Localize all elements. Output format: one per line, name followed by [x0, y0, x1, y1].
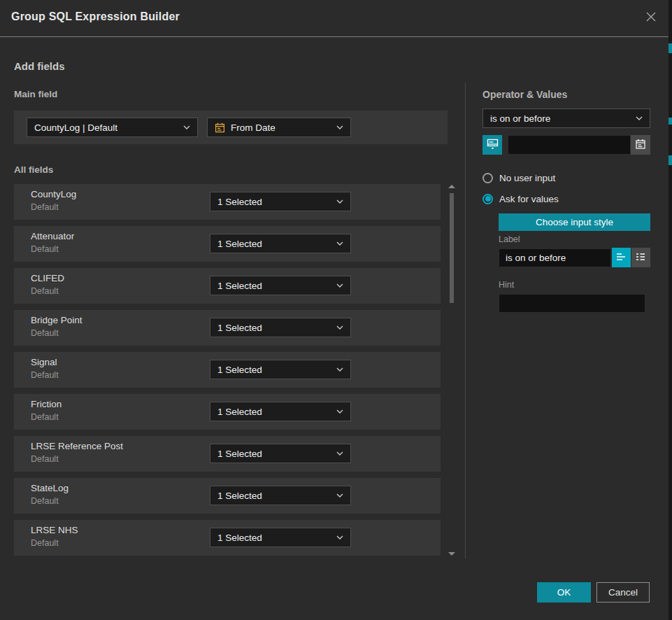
- cancel-button[interactable]: Cancel: [596, 582, 650, 603]
- operator-select-value: is on or before: [490, 113, 631, 124]
- field-sublabel: Default: [31, 538, 59, 548]
- field-selected-value: 1 Selected: [217, 407, 332, 417]
- hint-input[interactable]: [499, 294, 645, 313]
- field-name: Signal: [31, 357, 57, 367]
- main-field-heading: Main field: [14, 89, 57, 99]
- date-picker-button[interactable]: [631, 135, 650, 155]
- chevron-down-icon: [336, 283, 343, 288]
- field-row-signal: Signal Default 1 Selected: [14, 352, 441, 388]
- field-selected-value: 1 Selected: [217, 449, 332, 459]
- background-accent: [669, 155, 672, 165]
- field-selected-value: 1 Selected: [217, 533, 332, 543]
- add-fields-heading: Add fields: [14, 60, 65, 72]
- list-style-button[interactable]: [631, 248, 650, 267]
- field-selected-dropdown[interactable]: 1 Selected: [210, 528, 351, 547]
- field-name: CountyLog: [31, 189, 76, 199]
- field-name: Attenuator: [31, 231, 74, 241]
- field-selected-dropdown[interactable]: 1 Selected: [210, 402, 351, 421]
- operator-select[interactable]: is on or before: [482, 108, 650, 128]
- chevron-down-icon: [336, 409, 343, 414]
- field-selected-value: 1 Selected: [217, 281, 332, 291]
- chevron-down-icon: [336, 325, 343, 330]
- field-sublabel: Default: [31, 370, 59, 380]
- background-app-edge: [669, 0, 672, 620]
- main-layer-select[interactable]: CountyLog | Default: [27, 118, 198, 137]
- field-selected-value: 1 Selected: [217, 323, 332, 333]
- background-accent: [669, 43, 672, 53]
- main-date-field-select[interactable]: From Date: [207, 118, 351, 137]
- field-row-lrse-nhs: LRSE NHS Default 1 Selected: [14, 520, 441, 556]
- choose-input-style-button[interactable]: Choose input style: [499, 213, 650, 231]
- radio-circle-icon: [482, 173, 493, 183]
- combobox-values-icon: [487, 138, 499, 152]
- radio-no-user-input-label: No user input: [499, 173, 555, 183]
- hint-caption: Hint: [499, 280, 514, 290]
- main-date-field-value: From Date: [231, 122, 332, 133]
- close-icon: [645, 10, 657, 26]
- chevron-down-icon: [183, 125, 190, 129]
- calendar-icon: [635, 139, 646, 152]
- field-selected-dropdown[interactable]: 1 Selected: [210, 276, 351, 295]
- field-selected-dropdown[interactable]: 1 Selected: [210, 192, 351, 211]
- main-layer-select-value: CountyLog | Default: [34, 122, 179, 133]
- field-selected-dropdown[interactable]: 1 Selected: [210, 360, 351, 379]
- background-accent: [669, 118, 672, 125]
- chevron-down-icon: [336, 199, 343, 204]
- radio-ask-for-values[interactable]: Ask for values: [482, 192, 559, 205]
- chevron-down-icon: [336, 451, 343, 456]
- field-name: CLIFED: [31, 273, 64, 283]
- chevron-down-icon: [336, 241, 343, 246]
- title-divider: [0, 36, 669, 37]
- operator-values-heading: Operator & Values: [482, 89, 567, 100]
- scrollbar-down-arrow[interactable]: [448, 552, 455, 556]
- main-field-box: CountyLog | Default From Date: [14, 111, 448, 144]
- field-selected-value: 1 Selected: [217, 197, 332, 207]
- label-caption: Label: [499, 234, 520, 244]
- field-row-friction: Friction Default 1 Selected: [14, 394, 441, 430]
- field-selected-dropdown[interactable]: 1 Selected: [210, 318, 351, 337]
- field-selected-dropdown[interactable]: 1 Selected: [210, 444, 351, 463]
- field-name: Bridge Point: [31, 315, 83, 325]
- field-selected-value: 1 Selected: [217, 365, 332, 375]
- group-sql-expression-builder-dialog: Group SQL Expression Builder Add fields …: [0, 0, 672, 620]
- field-selected-dropdown[interactable]: 1 Selected: [210, 234, 351, 253]
- chevron-down-icon: [336, 367, 343, 372]
- field-selected-value: 1 Selected: [217, 239, 332, 249]
- field-selected-dropdown[interactable]: 1 Selected: [210, 486, 351, 505]
- field-name: LRSE NHS: [31, 525, 78, 535]
- field-sublabel: Default: [31, 328, 59, 338]
- dialog-titlebar: Group SQL Expression Builder: [0, 0, 669, 36]
- field-sublabel: Default: [31, 202, 59, 212]
- field-row-statelog: StateLog Default 1 Selected: [14, 478, 441, 514]
- unique-values-button[interactable]: [482, 135, 502, 155]
- chevron-down-icon: [336, 493, 343, 498]
- chevron-down-icon: [336, 535, 343, 540]
- field-row-attenuator: Attenuator Default 1 Selected: [14, 226, 441, 262]
- scrollbar-up-arrow[interactable]: [448, 185, 455, 188]
- calendar-icon: [215, 122, 225, 133]
- field-row-clifed: CLIFED Default 1 Selected: [14, 268, 441, 304]
- field-sublabel: Default: [31, 286, 59, 296]
- field-sublabel: Default: [31, 244, 59, 254]
- single-value-style-button[interactable]: [612, 248, 631, 267]
- all-fields-heading: All fields: [14, 164, 53, 175]
- scrollbar-thumb[interactable]: [450, 193, 454, 303]
- field-row-lrse-reference-post: LRSE Reference Post Default 1 Selected: [14, 436, 441, 472]
- bulleted-list-icon: [636, 252, 646, 264]
- chevron-down-icon: [636, 116, 643, 120]
- ok-button[interactable]: OK: [537, 582, 591, 603]
- field-name: Friction: [31, 399, 62, 409]
- close-button[interactable]: [643, 10, 659, 26]
- radio-circle-selected-icon: [482, 194, 493, 204]
- field-name: LRSE Reference Post: [31, 441, 123, 451]
- radio-no-user-input[interactable]: No user input: [482, 171, 555, 184]
- label-input[interactable]: [499, 248, 611, 267]
- field-row-bridge-point: Bridge Point Default 1 Selected: [14, 310, 441, 346]
- date-value-input[interactable]: [508, 135, 631, 155]
- field-sublabel: Default: [31, 412, 59, 422]
- panel-divider: [465, 83, 466, 558]
- field-sublabel: Default: [31, 454, 59, 464]
- radio-ask-for-values-label: Ask for values: [499, 194, 559, 204]
- align-left-lines-icon: [616, 252, 627, 264]
- field-sublabel: Default: [31, 496, 59, 506]
